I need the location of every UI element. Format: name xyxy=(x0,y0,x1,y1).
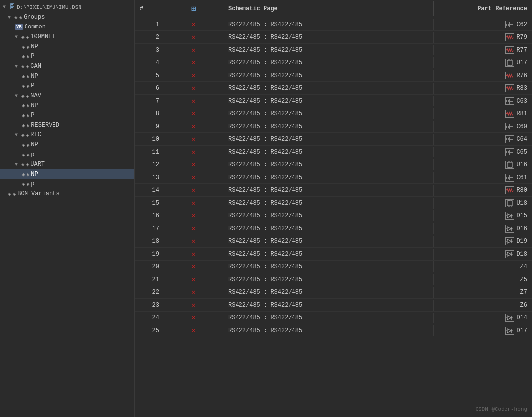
can-np-label: NP xyxy=(31,73,38,79)
table-row[interactable]: 19✕RS422/485 : RS422/485D18 xyxy=(135,248,532,261)
sidebar-item-nav[interactable]: ▼ ◈ ◈ NAV xyxy=(0,91,134,101)
table-row[interactable]: 3✕RS422/485 : RS422/485R77 xyxy=(135,44,532,56)
uart-icon2: ◈ xyxy=(26,161,29,168)
table-row[interactable]: 9✕RS422/485 : RS422/485C60 xyxy=(135,120,532,133)
component-icon xyxy=(505,84,514,92)
sidebar-item-uart-p[interactable]: ◈ ◈ p xyxy=(0,179,134,189)
row-status: ✕ xyxy=(164,248,223,260)
nav-np-label: NP xyxy=(31,102,38,109)
table-row[interactable]: 14✕RS422/485 : RS422/485R80 xyxy=(135,184,532,197)
row-ref: Z7 xyxy=(434,287,532,298)
table-row[interactable]: 1✕RS422/485 : RS422/485C62 xyxy=(135,18,532,31)
sidebar-item-uart[interactable]: ▼ ◈ ◈ UART xyxy=(0,159,134,169)
table-row[interactable]: 15✕RS422/485 : RS422/485U18 xyxy=(135,197,532,209)
row-number: 16 xyxy=(135,210,164,221)
col-ref-header[interactable]: Part Reference xyxy=(434,1,532,16)
ref-text: C65 xyxy=(516,149,527,156)
sidebar-item-100mnet-np[interactable]: ◈ ◈ NP xyxy=(0,42,134,52)
table-row[interactable]: 10✕RS422/485 : RS422/485C64 xyxy=(135,133,532,146)
100mnet-np-label: NP xyxy=(31,43,38,50)
node-icon: ◈ xyxy=(22,171,25,178)
table-row[interactable]: 8✕RS422/485 : RS422/485R81 xyxy=(135,107,532,120)
sidebar-item-rtc-p[interactable]: ◈ ◈ p xyxy=(0,150,134,159)
row-page: RS422/485 : RS422/485 xyxy=(223,96,434,106)
nav-label: NAV xyxy=(30,92,41,99)
row-status: ✕ xyxy=(164,299,223,311)
group-icon2: ◈ xyxy=(19,14,23,21)
table-row[interactable]: 25✕RS422/485 : RS422/485D17 xyxy=(135,324,532,337)
x-mark-icon: ✕ xyxy=(191,288,195,296)
sidebar-item-nav-np[interactable]: ◈ ◈ NP xyxy=(0,101,134,110)
uart-label: UART xyxy=(30,161,45,168)
sidebar-item-can[interactable]: ▼ ◈ ◈ CAN xyxy=(0,61,134,71)
table-row[interactable]: 21✕RS422/485 : RS422/485Z5 xyxy=(135,273,532,286)
svg-rect-4 xyxy=(507,60,512,65)
x-mark-icon: ✕ xyxy=(191,174,195,182)
vr-badge: VR xyxy=(15,24,23,30)
component-icon xyxy=(505,59,514,67)
node-icon2: ◈ xyxy=(27,44,30,50)
row-ref: C63 xyxy=(434,95,532,107)
uart-icon: ◈ xyxy=(21,161,25,168)
sidebar-item-rtc[interactable]: ▼ ◈ ◈ RTC xyxy=(0,130,134,140)
row-status: ✕ xyxy=(164,235,223,247)
rtc-icon2: ◈ xyxy=(26,132,29,138)
node-icon: ◈ xyxy=(22,83,25,89)
col-status-header[interactable]: ⊞ xyxy=(164,0,223,18)
x-mark-icon: ✕ xyxy=(191,59,195,67)
sidebar-item-rtc-np[interactable]: ◈ ◈ NP xyxy=(0,140,134,150)
table-row[interactable]: 7✕RS422/485 : RS422/485C63 xyxy=(135,95,532,107)
sidebar-item-groups[interactable]: ▼ ◈ ◈ Groups xyxy=(0,12,134,22)
table-row[interactable]: 5✕RS422/485 : RS422/485R76 xyxy=(135,69,532,82)
sidebar-item-uart-np[interactable]: ◈ ◈ NP xyxy=(0,169,134,179)
node-icon2: ◈ xyxy=(27,142,30,148)
table-row[interactable]: 4✕RS422/485 : RS422/485U17 xyxy=(135,56,532,69)
table-row[interactable]: 13✕RS422/485 : RS422/485C61 xyxy=(135,171,532,184)
table-row[interactable]: 17✕RS422/485 : RS422/485D16 xyxy=(135,222,532,235)
table-row[interactable]: 12✕RS422/485 : RS422/485U16 xyxy=(135,158,532,171)
component-icon xyxy=(505,327,514,335)
node-icon: ◈ xyxy=(22,152,25,158)
x-mark-icon: ✕ xyxy=(191,21,195,28)
table-row[interactable]: 23✕RS422/485 : RS422/485Z6 xyxy=(135,299,532,312)
x-mark-icon: ✕ xyxy=(191,186,195,194)
row-status: ✕ xyxy=(164,107,223,120)
table-row[interactable]: 18✕RS422/485 : RS422/485D19 xyxy=(135,235,532,248)
table-row[interactable]: 20✕RS422/485 : RS422/485Z4 xyxy=(135,261,532,273)
x-mark-icon: ✕ xyxy=(191,225,195,233)
nav-icon2: ◈ xyxy=(26,93,29,99)
table-row[interactable]: 2✕RS422/485 : RS422/485R79 xyxy=(135,31,532,44)
table-row[interactable]: 11✕RS422/485 : RS422/485C65 xyxy=(135,146,532,158)
row-number: 3 xyxy=(135,45,164,55)
table-row[interactable]: 24✕RS422/485 : RS422/485D14 xyxy=(135,312,532,324)
expand-icon: ▼ xyxy=(15,34,20,40)
x-mark-icon: ✕ xyxy=(191,72,195,79)
row-number: 21 xyxy=(135,274,164,285)
ref-text: D16 xyxy=(516,225,527,232)
row-number: 14 xyxy=(135,185,164,196)
sidebar-item-100mnet[interactable]: ▼ ◈ ◈ 100MNET xyxy=(0,32,134,42)
sidebar-item-nav-p[interactable]: ◈ ◈ P xyxy=(0,110,134,120)
sidebar-item-common[interactable]: VR Common xyxy=(0,22,134,32)
table-row[interactable]: 6✕RS422/485 : RS422/485R83 xyxy=(135,82,532,95)
svg-marker-57 xyxy=(507,252,511,256)
col-page-header[interactable]: Schematic Page xyxy=(223,1,434,16)
sidebar-item-100mnet-p[interactable]: ◈ ◈ P xyxy=(0,52,134,61)
sidebar-item-can-p[interactable]: ◈ ◈ P xyxy=(0,81,134,91)
x-mark-icon: ✕ xyxy=(191,110,195,118)
sidebar-item-can-np[interactable]: ◈ ◈ NP xyxy=(0,71,134,81)
sidebar-header[interactable]: ▼ 🗄 D:\PIXIU\IMU\IMU.DSN xyxy=(0,2,134,12)
col-num-header[interactable]: # xyxy=(135,1,164,16)
rtc-icon: ◈ xyxy=(21,132,25,138)
ref-text: D15 xyxy=(516,212,527,219)
ref-text: R77 xyxy=(516,47,527,53)
row-status: ✕ xyxy=(164,184,223,196)
table-row[interactable]: 16✕RS422/485 : RS422/485D15 xyxy=(135,209,532,222)
node-icon2: ◈ xyxy=(27,152,30,158)
expand-icon: ▼ xyxy=(8,15,13,20)
x-mark-icon: ✕ xyxy=(191,46,195,54)
sidebar-item-bom-variants[interactable]: ◈ ◈ BOM Variants xyxy=(0,189,134,199)
node-icon: ◈ xyxy=(22,53,25,60)
sidebar-item-reserved[interactable]: ◈ ◈ RESERVED xyxy=(0,120,134,130)
table-row[interactable]: 22✕RS422/485 : RS422/485Z7 xyxy=(135,286,532,299)
